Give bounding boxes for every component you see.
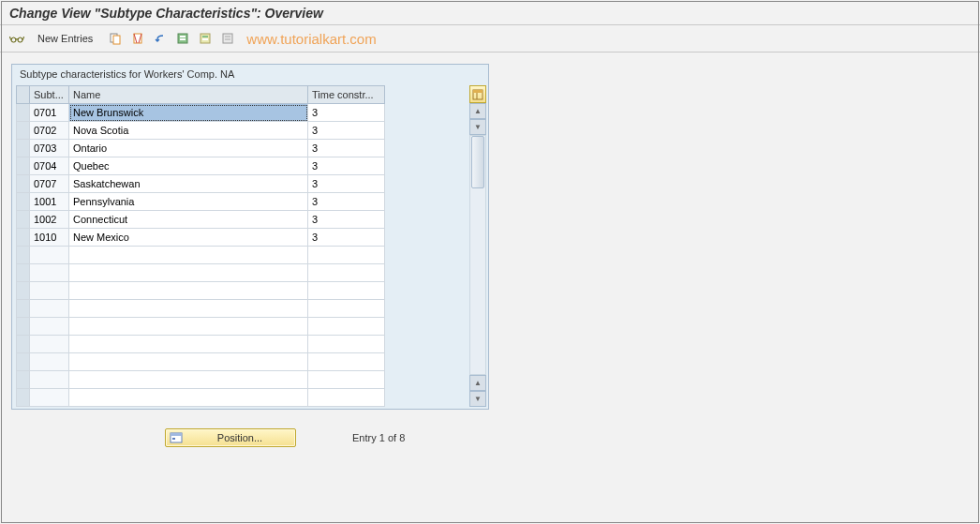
table-row[interactable]: 1010New Mexico3 <box>17 229 385 247</box>
cell-subt[interactable] <box>30 264 69 282</box>
table-row-empty[interactable] <box>17 318 385 336</box>
row-selector[interactable] <box>17 122 30 140</box>
cell-subt[interactable]: 0703 <box>30 140 69 157</box>
table-row[interactable]: 1001Pennsylvania3 <box>17 193 385 211</box>
cell-subt[interactable]: 1001 <box>30 193 69 211</box>
row-selector[interactable] <box>17 353 30 371</box>
table-row-empty[interactable] <box>17 264 385 282</box>
cell-time[interactable]: 3 <box>308 193 385 211</box>
scroll-up-end-icon[interactable]: ▲ <box>469 375 486 391</box>
cell-name[interactable]: Saskatchewan <box>69 175 308 193</box>
cell-name[interactable] <box>69 264 308 282</box>
cell-subt[interactable]: 0702 <box>30 122 69 140</box>
cell-time[interactable] <box>308 389 385 407</box>
cell-time[interactable]: 3 <box>308 175 385 193</box>
new-entries-button[interactable]: New Entries <box>34 31 97 46</box>
cell-time[interactable] <box>308 353 385 371</box>
row-selector[interactable] <box>17 371 30 389</box>
cell-time[interactable]: 3 <box>308 157 385 175</box>
row-selector[interactable] <box>17 336 30 353</box>
vertical-scrollbar[interactable]: ▲ ▼ ▲ ▼ <box>469 85 486 407</box>
cell-name[interactable]: Connecticut <box>69 211 308 229</box>
cell-name[interactable] <box>69 389 308 407</box>
cell-time[interactable]: 3 <box>308 122 385 140</box>
cell-name[interactable]: Nova Scotia <box>69 122 308 140</box>
cell-time[interactable] <box>308 336 385 353</box>
table-row-empty[interactable] <box>17 247 385 264</box>
table-row-empty[interactable] <box>17 282 385 300</box>
cell-subt[interactable] <box>30 282 69 300</box>
cell-time[interactable] <box>308 318 385 336</box>
table-row-empty[interactable] <box>17 371 385 389</box>
cell-subt[interactable] <box>30 336 69 353</box>
table-row-empty[interactable] <box>17 300 385 318</box>
cell-time[interactable] <box>308 247 385 264</box>
table-row[interactable]: 0707Saskatchewan3 <box>17 175 385 193</box>
table-row-empty[interactable] <box>17 336 385 353</box>
cell-subt[interactable] <box>30 353 69 371</box>
table-row[interactable]: 0704Quebec3 <box>17 157 385 175</box>
copy-icon[interactable] <box>106 29 125 48</box>
table-row[interactable]: 0701New Brunswick3 <box>17 104 385 122</box>
cell-time[interactable] <box>308 371 385 389</box>
cell-subt[interactable] <box>30 389 69 407</box>
cell-name[interactable] <box>69 318 308 336</box>
cell-name[interactable]: Pennsylvania <box>69 193 308 211</box>
position-button[interactable]: Position... <box>165 428 296 447</box>
row-selector-header[interactable] <box>17 86 30 104</box>
row-selector[interactable] <box>17 300 30 318</box>
scroll-up-icon[interactable]: ▲ <box>469 103 486 119</box>
scroll-down-end-icon[interactable]: ▼ <box>469 391 486 407</box>
cell-subt[interactable] <box>30 247 69 264</box>
cell-time[interactable]: 3 <box>308 211 385 229</box>
column-header-subt[interactable]: Subt... <box>30 86 69 104</box>
row-selector[interactable] <box>17 140 30 157</box>
scroll-track[interactable] <box>469 135 486 375</box>
select-all-icon[interactable] <box>173 29 192 48</box>
cell-subt[interactable]: 0707 <box>30 175 69 193</box>
scroll-down-icon[interactable]: ▼ <box>469 119 486 135</box>
select-block-icon[interactable] <box>196 29 215 48</box>
cell-time[interactable]: 3 <box>308 104 385 122</box>
table-row[interactable]: 0703Ontario3 <box>17 140 385 157</box>
cell-name[interactable]: Ontario <box>69 140 308 157</box>
undo-icon[interactable] <box>151 29 170 48</box>
delete-icon[interactable] <box>128 29 147 48</box>
table-row[interactable]: 0702Nova Scotia3 <box>17 122 385 140</box>
cell-name[interactable] <box>69 300 308 318</box>
cell-name[interactable] <box>69 247 308 264</box>
cell-subt[interactable] <box>30 300 69 318</box>
row-selector[interactable] <box>17 389 30 407</box>
row-selector[interactable] <box>17 211 30 229</box>
column-header-name[interactable]: Name <box>69 86 308 104</box>
cell-name[interactable]: New Brunswick <box>69 104 308 122</box>
cell-subt[interactable]: 1002 <box>30 211 69 229</box>
data-table[interactable]: Subt... Name Time constr... 0701New Brun… <box>16 85 385 407</box>
row-selector[interactable] <box>17 282 30 300</box>
table-settings-icon[interactable] <box>469 85 486 103</box>
cell-name[interactable] <box>69 336 308 353</box>
column-header-time[interactable]: Time constr... <box>308 86 385 104</box>
cell-name[interactable]: Quebec <box>69 157 308 175</box>
cell-name[interactable] <box>69 371 308 389</box>
cell-subt[interactable]: 1010 <box>30 229 69 247</box>
row-selector[interactable] <box>17 193 30 211</box>
row-selector[interactable] <box>17 229 30 247</box>
table-row-empty[interactable] <box>17 389 385 407</box>
row-selector[interactable] <box>17 264 30 282</box>
cell-time[interactable]: 3 <box>308 140 385 157</box>
scroll-thumb[interactable] <box>471 136 484 188</box>
cell-name[interactable] <box>69 282 308 300</box>
glasses-icon[interactable] <box>7 29 26 48</box>
cell-subt[interactable]: 0704 <box>30 157 69 175</box>
row-selector[interactable] <box>17 104 30 122</box>
table-row-empty[interactable] <box>17 353 385 371</box>
deselect-all-icon[interactable] <box>218 29 237 48</box>
cell-name[interactable]: New Mexico <box>69 229 308 247</box>
cell-subt[interactable] <box>30 371 69 389</box>
cell-time[interactable] <box>308 282 385 300</box>
cell-subt[interactable] <box>30 318 69 336</box>
cell-time[interactable] <box>308 300 385 318</box>
table-row[interactable]: 1002Connecticut3 <box>17 211 385 229</box>
cell-subt[interactable]: 0701 <box>30 104 69 122</box>
